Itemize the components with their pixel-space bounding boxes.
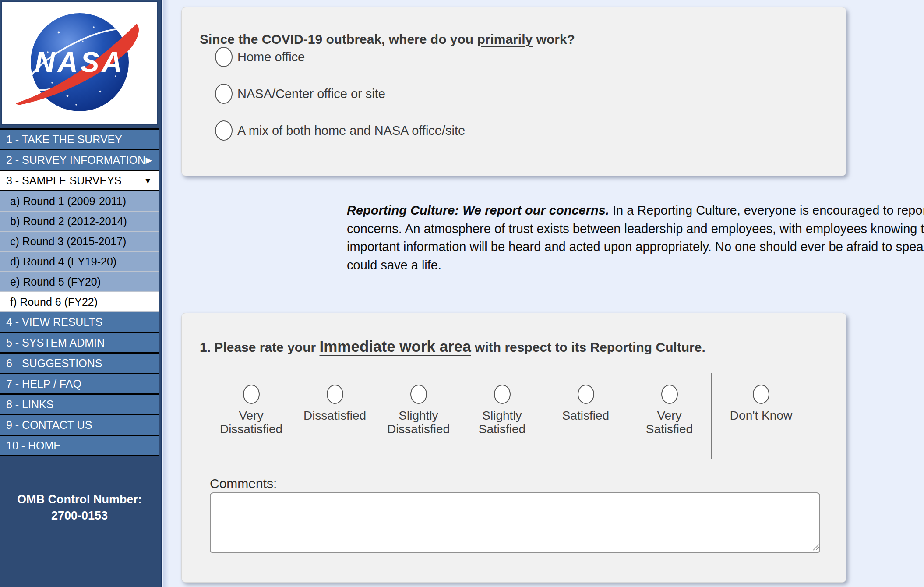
sidebar-menu: 1 - TAKE THE SURVEY 2 - SURVEY INFORMATI… xyxy=(0,128,159,456)
scale-label: Dissatisfied xyxy=(300,409,370,422)
nasa-logo: NASA xyxy=(1,1,158,125)
scale-label: Very Dissatisfied xyxy=(216,409,286,436)
menu-label: 1 - TAKE THE SURVEY xyxy=(6,133,122,146)
scale-column-slightly-dissatisfied: Slightly Dissatisfied xyxy=(377,373,460,459)
menu-label: 3 - SAMPLE SURVEYS xyxy=(6,174,122,187)
sidebar-item-survey-information[interactable]: 2 - SURVEY INFORMATION ▶ xyxy=(0,150,159,171)
sidebar-subitem-round-3[interactable]: c) Round 3 (2015-2017) xyxy=(0,232,159,252)
submenu-label: d) Round 4 (FY19-20) xyxy=(10,255,116,268)
omb-line2: 2700-0153 xyxy=(0,508,159,524)
sidebar: NASA 1 - TAKE THE SURVEY 2 - SURVEY INFO… xyxy=(0,0,162,587)
dropdown-down-arrow-icon: ▼ xyxy=(144,177,152,185)
sidebar-item-links[interactable]: 8 - LINKS xyxy=(0,395,159,415)
scale-label: Satisfied xyxy=(551,409,621,422)
scale-column-very-satisfied: Very Satisfied xyxy=(628,373,711,459)
very-dissatisfied-radio[interactable] xyxy=(243,385,260,404)
reporting-culture-paragraph: Reporting Culture: We report our concern… xyxy=(347,202,924,274)
question-underlined-word: primarily xyxy=(477,32,533,46)
menu-label: 7 - HELP / FAQ xyxy=(6,378,81,390)
scale-label: Slightly Satisfied xyxy=(467,409,537,436)
scale-column-dont-know: Don't Know xyxy=(711,373,810,459)
slightly-dissatisfied-radio[interactable] xyxy=(410,385,427,404)
submenu-label: f) Round 6 (FY22) xyxy=(10,296,98,308)
scale-column-very-dissatisfied: Very Dissatisfied xyxy=(209,373,293,459)
menu-label: 6 - SUGGESTIONS xyxy=(6,357,102,370)
menu-label: 5 - SYSTEM ADMIN xyxy=(6,336,105,349)
mix-home-nasa-radio[interactable] xyxy=(215,120,233,141)
covid-question-title: Since the COVID-19 outbreak, where do yo… xyxy=(200,32,846,47)
sidebar-item-home[interactable]: 10 - HOME xyxy=(0,436,159,456)
menu-label: 9 - CONTACT US xyxy=(6,419,92,431)
satisfied-radio[interactable] xyxy=(578,385,594,404)
question1-title: 1. Please rate your Immediate work area … xyxy=(200,338,846,355)
option-label: NASA/Center office or site xyxy=(237,87,385,101)
omb-line1: OMB Control Number: xyxy=(0,492,159,508)
question1-text: 1. Please rate your xyxy=(200,340,320,354)
question-text: Since the COVID-19 outbreak, where do yo… xyxy=(200,32,477,46)
submenu-label: a) Round 1 (2009-2011) xyxy=(10,195,126,208)
scale-column-dissatisfied: Dissatisfied xyxy=(293,373,377,459)
comments-textarea[interactable] xyxy=(210,492,820,553)
submenu-label: b) Round 2 (2012-2014) xyxy=(10,215,127,228)
dont-know-radio[interactable] xyxy=(753,385,769,404)
scale-column-slightly-satisfied: Slightly Satisfied xyxy=(460,373,544,459)
omb-control-number: OMB Control Number: 2700-0153 xyxy=(0,492,159,524)
option-label: Home office xyxy=(237,50,305,64)
submenu-label: e) Round 5 (FY20) xyxy=(10,276,101,288)
nasa-insignia-icon: NASA xyxy=(6,6,153,121)
covid-option-row: A mix of both home and NASA office/site xyxy=(215,120,846,141)
sidebar-subitem-round-2[interactable]: b) Round 2 (2012-2014) xyxy=(0,212,159,232)
nasa-center-office-radio[interactable] xyxy=(215,84,233,104)
slightly-satisfied-radio[interactable] xyxy=(494,385,511,404)
sidebar-subitem-round-4[interactable]: d) Round 4 (FY19-20) xyxy=(0,252,159,272)
rating-scale: Very Dissatisfied Dissatisfied Slightly … xyxy=(209,373,846,459)
submenu-right-arrow-icon: ▶ xyxy=(145,156,152,164)
sidebar-item-view-results[interactable]: 4 - VIEW RESULTS xyxy=(0,312,159,333)
sidebar-subitem-round-6[interactable]: f) Round 6 (FY22) xyxy=(0,292,159,312)
sidebar-item-help-faq[interactable]: 7 - HELP / FAQ xyxy=(0,374,159,395)
menu-label: 10 - HOME xyxy=(6,439,61,452)
question1-emphasis: Immediate work area xyxy=(320,338,471,355)
home-office-radio[interactable] xyxy=(215,47,233,67)
submenu-label: c) Round 3 (2015-2017) xyxy=(10,235,126,248)
question-text-end: work? xyxy=(533,32,575,46)
scale-label: Don't Know xyxy=(726,409,796,422)
sidebar-item-suggestions[interactable]: 6 - SUGGESTIONS xyxy=(0,354,159,374)
menu-label: 4 - VIEW RESULTS xyxy=(6,316,102,329)
question1-text-end: with respect to its Reporting Culture. xyxy=(471,340,705,354)
main-content: Since the COVID-19 outbreak, where do yo… xyxy=(163,0,924,587)
comments-label: Comments: xyxy=(210,476,277,491)
option-label: A mix of both home and NASA office/site xyxy=(237,124,465,138)
menu-label: 8 - LINKS xyxy=(6,398,53,411)
paragraph-lead: Reporting Culture: We report our concern… xyxy=(347,203,609,217)
scale-column-satisfied: Satisfied xyxy=(544,373,628,459)
covid-option-row: Home office xyxy=(215,47,846,67)
question1-card: 1. Please rate your Immediate work area … xyxy=(181,313,846,583)
sidebar-subitem-round-1[interactable]: a) Round 1 (2009-2011) xyxy=(0,191,159,212)
scale-label: Slightly Dissatisfied xyxy=(384,409,454,436)
sidebar-item-sample-surveys[interactable]: 3 - SAMPLE SURVEYS ▼ xyxy=(0,171,159,191)
covid-option-row: NASA/Center office or site xyxy=(215,84,846,104)
very-satisfied-radio[interactable] xyxy=(661,385,678,404)
sidebar-item-system-admin[interactable]: 5 - SYSTEM ADMIN xyxy=(0,333,159,354)
menu-label: 2 - SURVEY INFORMATION xyxy=(6,154,145,166)
sidebar-item-contact-us[interactable]: 9 - CONTACT US xyxy=(0,415,159,436)
scale-label: Very Satisfied xyxy=(635,409,705,436)
covid-question-card: Since the COVID-19 outbreak, where do yo… xyxy=(181,7,846,176)
sidebar-subitem-round-5[interactable]: e) Round 5 (FY20) xyxy=(0,272,159,292)
dissatisfied-radio[interactable] xyxy=(327,385,343,404)
sidebar-item-take-the-survey[interactable]: 1 - TAKE THE SURVEY xyxy=(0,130,159,150)
nasa-logo-text: NASA xyxy=(35,46,124,78)
